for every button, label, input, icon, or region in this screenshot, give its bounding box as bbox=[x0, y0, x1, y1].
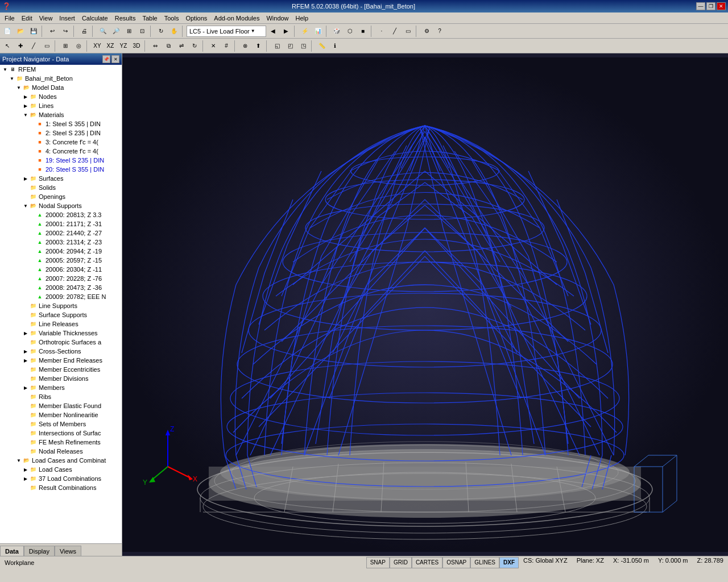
tree-ns7[interactable]: ▲ 20006: 20304; Z -11 bbox=[0, 265, 122, 274]
tree-ns1[interactable]: ▲ 20000: 20813; Z 3.3 bbox=[0, 210, 122, 219]
tb-display1[interactable]: ◱ bbox=[271, 40, 283, 52]
tb-save[interactable]: 💾 bbox=[27, 25, 40, 38]
tree-ns8[interactable]: ▲ 20007: 20228; Z -76 bbox=[0, 274, 122, 283]
tb-settings[interactable]: ⚙ bbox=[420, 25, 433, 38]
tree-modeldata[interactable]: ▼ 📂 Model Data bbox=[0, 83, 122, 92]
tree-mat4[interactable]: ■ 4: Concrete f'c = 4( bbox=[0, 147, 122, 156]
3d-viewport[interactable]: Z X Y bbox=[122, 53, 728, 556]
tb-open[interactable]: 📂 bbox=[14, 25, 27, 38]
tree-ns6[interactable]: ▲ 20005: 20597; Z -15 bbox=[0, 256, 122, 265]
tb-zoom-all[interactable]: ⊞ bbox=[123, 25, 135, 38]
tb-render[interactable]: ■ bbox=[357, 25, 369, 38]
loadcase-dropdown[interactable]: LC5 - Live Load Floor ▼ bbox=[187, 26, 266, 37]
tree-nodalsupports[interactable]: ▼ 📂 Nodal Supports bbox=[0, 201, 122, 210]
tb-intersect[interactable]: ⊗ bbox=[239, 40, 251, 52]
tb-prev[interactable]: ◀ bbox=[267, 25, 279, 38]
tree-members[interactable]: ▶ 📁 Members bbox=[0, 383, 122, 392]
tb-view-3d[interactable]: 3D bbox=[130, 40, 143, 52]
grid-button[interactable]: GRID bbox=[390, 557, 412, 568]
tree-ns10[interactable]: ▲ 20009: 20782; EEE N bbox=[0, 292, 122, 301]
close-button[interactable]: ✕ bbox=[717, 2, 726, 10]
tree-nodes[interactable]: ▶ 📁 Nodes bbox=[0, 92, 122, 101]
tb-pan[interactable]: ✋ bbox=[168, 25, 180, 38]
tb-view-xy[interactable]: XY bbox=[91, 40, 104, 52]
tb-next[interactable]: ▶ bbox=[280, 25, 292, 38]
tree-mat3[interactable]: ■ 3: Concrete f'c = 4( bbox=[0, 138, 122, 147]
tb-surfaces[interactable]: ▭ bbox=[402, 25, 414, 38]
tree-memberendreleases[interactable]: ▶ 📁 Member End Releases bbox=[0, 356, 122, 365]
tree-memberdivisions[interactable]: 📁 Member Divisions bbox=[0, 374, 122, 383]
tab-data[interactable]: Data bbox=[0, 546, 24, 556]
tb-view-yz[interactable]: YZ bbox=[117, 40, 130, 52]
dxf-button[interactable]: DXF bbox=[499, 557, 519, 568]
tree-mat19[interactable]: ■ 19: Steel S 235 | DIN bbox=[0, 156, 122, 165]
tb-zoom-window[interactable]: ⊡ bbox=[136, 25, 148, 38]
tree-ns4[interactable]: ▲ 20003: 21314; Z -23 bbox=[0, 238, 122, 247]
menu-help[interactable]: Help bbox=[292, 14, 312, 23]
tb-select[interactable]: ↖ bbox=[1, 40, 14, 52]
tb-mirror[interactable]: ⇌ bbox=[175, 40, 188, 52]
tb-results[interactable]: 📊 bbox=[312, 25, 324, 38]
menu-edit[interactable]: Edit bbox=[18, 14, 36, 23]
tree-orthotropic[interactable]: 📁 Orthotropic Surfaces a bbox=[0, 338, 122, 347]
snap-button[interactable]: SNAP bbox=[366, 557, 390, 568]
tree-bahai[interactable]: ▼ 📁 Bahai_mit_Beton bbox=[0, 74, 122, 83]
tb-copy[interactable]: ⧉ bbox=[162, 40, 175, 52]
tree-surfacesupports[interactable]: 📁 Surface Supports bbox=[0, 310, 122, 319]
tree-femesh[interactable]: 📁 FE Mesh Refinements bbox=[0, 438, 122, 447]
tree-loadcasesinner[interactable]: ▶ 📁 Load Cases bbox=[0, 465, 122, 474]
menu-table[interactable]: Table bbox=[139, 14, 160, 23]
tree-surfaces[interactable]: ▶ 📁 Surfaces bbox=[0, 174, 122, 183]
tb-rotate2[interactable]: ↻ bbox=[188, 40, 201, 52]
tb-help[interactable]: ? bbox=[433, 25, 446, 38]
tb-info[interactable]: ℹ bbox=[329, 40, 341, 52]
tree-solids[interactable]: 📁 Solids bbox=[0, 183, 122, 192]
tree-ns5[interactable]: ▲ 20004: 20944; Z -19 bbox=[0, 247, 122, 256]
tree-mat20[interactable]: ■ 20: Steel S 355 | DIN bbox=[0, 165, 122, 174]
tree-ribs[interactable]: 📁 Ribs bbox=[0, 392, 122, 401]
tree-crosssections[interactable]: ▶ 📁 Cross-Sections bbox=[0, 347, 122, 356]
tree-resultcombinations[interactable]: 📁 Result Combinations bbox=[0, 483, 122, 492]
tree-memberelastic[interactable]: 📁 Member Elastic Found bbox=[0, 401, 122, 410]
menu-insert[interactable]: Insert bbox=[56, 14, 78, 23]
osnap-button[interactable]: OSNAP bbox=[442, 557, 470, 568]
tree-membereccentricities[interactable]: 📁 Member Eccentricities bbox=[0, 365, 122, 374]
tb-display2[interactable]: ◰ bbox=[284, 40, 296, 52]
tb-print[interactable]: 🖨 bbox=[78, 25, 90, 38]
menu-calculate[interactable]: Calculate bbox=[78, 14, 111, 23]
tb-display3[interactable]: ◳ bbox=[297, 40, 309, 52]
tb-undo[interactable]: ↩ bbox=[46, 25, 59, 38]
tree-mat2[interactable]: ■ 2: Steel S 235 | DIN bbox=[0, 128, 122, 138]
glines-button[interactable]: GLINES bbox=[470, 557, 499, 568]
tab-views[interactable]: Views bbox=[55, 546, 81, 556]
menu-file[interactable]: File bbox=[1, 14, 18, 23]
tb-view-xz[interactable]: XZ bbox=[104, 40, 117, 52]
tb-line-add[interactable]: ╱ bbox=[27, 40, 40, 52]
tree-intersections[interactable]: 📁 Intersections of Surfac bbox=[0, 429, 122, 438]
tb-3d[interactable]: 🎲 bbox=[330, 25, 343, 38]
nav-close[interactable]: ✕ bbox=[111, 55, 119, 63]
tb-nodes[interactable]: · bbox=[375, 25, 388, 38]
tb-new[interactable]: 📄 bbox=[1, 25, 14, 38]
tb-calculate[interactable]: ⚡ bbox=[299, 25, 311, 38]
tree-materials[interactable]: ▼ 📂 Materials bbox=[0, 110, 122, 119]
tree-linesupports[interactable]: 📁 Line Supports bbox=[0, 301, 122, 310]
tb-snap-node[interactable]: ◎ bbox=[72, 40, 85, 52]
menu-tools[interactable]: Tools bbox=[161, 14, 183, 23]
tb-lines[interactable]: ╱ bbox=[388, 25, 401, 38]
tree-membernonlinear[interactable]: 📁 Member Nonlinearitie bbox=[0, 410, 122, 419]
tree-ns2[interactable]: ▲ 20001: 21171; Z -31 bbox=[0, 219, 122, 228]
tb-node-add[interactable]: ✚ bbox=[14, 40, 27, 52]
tree-variablethick[interactable]: ▶ 📁 Variable Thicknesses bbox=[0, 329, 122, 338]
tree-lines[interactable]: ▶ 📁 Lines bbox=[0, 101, 122, 110]
tb-zoom-in[interactable]: 🔍 bbox=[97, 25, 109, 38]
menu-window[interactable]: Window bbox=[263, 14, 292, 23]
menu-results[interactable]: Results bbox=[111, 14, 139, 23]
tree-ns9[interactable]: ▲ 20008: 20473; Z -36 bbox=[0, 283, 122, 292]
menu-addon[interactable]: Add-on Modules bbox=[210, 14, 263, 23]
tb-measure[interactable]: 📏 bbox=[316, 40, 328, 52]
tree-loadcases[interactable]: ▼ 📂 Load Cases and Combinat bbox=[0, 456, 122, 465]
minimize-button[interactable]: — bbox=[696, 2, 705, 10]
tb-delete[interactable]: ✕ bbox=[207, 40, 220, 52]
tree-rfem[interactable]: ▼ 🖥 RFEM bbox=[0, 65, 122, 74]
